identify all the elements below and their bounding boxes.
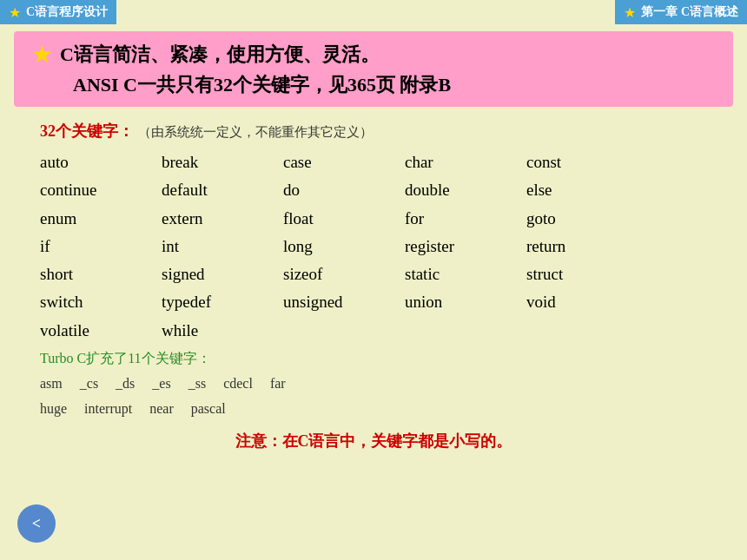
keyword-cell: union (405, 288, 526, 316)
keyword-cell: volatile (40, 317, 162, 345)
keyword-cell: unsigned (283, 288, 405, 316)
keyword-cell: continue (40, 176, 162, 204)
turboc-keyword: asm (40, 372, 63, 397)
turboc-section: Turbo C扩充了11个关键字： asm_cs_ds_es_sscdeclfa… (14, 350, 733, 422)
keyword-cell: const (526, 148, 648, 176)
keyword-cell: do (283, 176, 405, 204)
keyword-cell: break (162, 148, 283, 176)
keyword-cell (526, 317, 648, 345)
note-text: 注意：在C语言中，关键字都是小写的。 (14, 431, 733, 451)
keyword-cell (405, 317, 526, 345)
turboc-keyword: far (270, 372, 286, 397)
keyword-cell: else (526, 176, 648, 204)
keyword-cell: case (283, 148, 405, 176)
right-title: 第一章 C语言概述 (641, 4, 738, 20)
keyword-cell: extern (162, 205, 283, 233)
turboc-keyword: _cs (80, 372, 98, 397)
main-content: ★ C语言简洁、紧凑，使用方便、灵活。 ANSI C一共只有32个关键字，见36… (14, 31, 733, 451)
turboc-keywords: asm_cs_ds_es_sscdeclfar hugeinterruptnea… (40, 372, 733, 422)
keyword-cell: goto (526, 205, 648, 233)
keyword-cell: signed (162, 260, 283, 288)
turboc-keyword: _ds (116, 372, 135, 397)
keyword-cell: long (283, 233, 405, 260)
keyword-cell: auto (40, 148, 162, 176)
keyword-cell: double (405, 176, 526, 204)
turboc-row1: asm_cs_ds_es_sscdeclfar (40, 372, 733, 397)
left-title: C语言程序设计 (26, 4, 108, 20)
keyword-cell: default (162, 176, 283, 204)
keyword-cell: struct (526, 260, 648, 288)
keywords-subtitle: （由系统统一定义，不能重作其它定义） (138, 125, 373, 139)
keyword-cell: register (405, 233, 526, 260)
top-bar: ★ C语言程序设计 ★ 第一章 C语言概述 (0, 0, 747, 24)
keyword-cell: typedef (162, 288, 283, 316)
heading-row1: ★ C语言简洁、紧凑，使用方便、灵活。 (31, 40, 716, 69)
keyword-cell: char (405, 148, 526, 176)
keyword-cell: int (162, 233, 283, 260)
keyword-cell: for (405, 205, 526, 233)
keyword-cell: short (40, 260, 162, 288)
keyword-cell: if (40, 233, 162, 260)
turboc-keyword: _es (152, 372, 170, 397)
keyword-cell (283, 317, 405, 345)
top-bar-left: ★ C语言程序设计 (0, 0, 116, 24)
turboc-keyword: huge (40, 397, 67, 422)
back-button[interactable]: < (17, 504, 56, 543)
turboc-title: Turbo C扩充了11个关键字： (40, 350, 733, 368)
keywords-count-label: 32个关键字： (40, 122, 134, 140)
heading-star-icon: ★ (31, 40, 53, 69)
heading-line2: ANSI C一共只有32个关键字，见365页 附录B (31, 72, 716, 98)
heading-box: ★ C语言简洁、紧凑，使用方便、灵活。 ANSI C一共只有32个关键字，见36… (14, 31, 733, 107)
turboc-keyword: _ss (188, 372, 206, 397)
keyword-cell: float (283, 205, 405, 233)
star-icon-right: ★ (624, 4, 636, 21)
turboc-keyword: cdecl (223, 372, 253, 397)
keywords-title-row: 32个关键字： （由系统统一定义，不能重作其它定义） (40, 121, 707, 142)
turboc-keyword: pascal (191, 397, 226, 422)
star-icon-left: ★ (9, 4, 21, 21)
heading-line1: C语言简洁、紧凑，使用方便、灵活。 (60, 40, 380, 69)
top-bar-right: ★ 第一章 C语言概述 (615, 0, 747, 24)
keyword-cell: enum (40, 205, 162, 233)
turboc-keyword: interrupt (84, 397, 132, 422)
keyword-cell: switch (40, 288, 162, 316)
turboc-row2: hugeinterruptnearpascal (40, 397, 733, 422)
keyword-cell: sizeof (283, 260, 405, 288)
keywords-grid: autobreakcasecharconstcontinuedefaultdod… (40, 148, 707, 345)
keyword-cell: return (526, 233, 648, 260)
keywords-section: 32个关键字： （由系统统一定义，不能重作其它定义） autobreakcase… (14, 121, 733, 345)
keyword-cell: while (162, 317, 283, 345)
turboc-keyword: near (149, 397, 174, 422)
keyword-cell: static (405, 260, 526, 288)
keyword-cell: void (526, 288, 648, 316)
